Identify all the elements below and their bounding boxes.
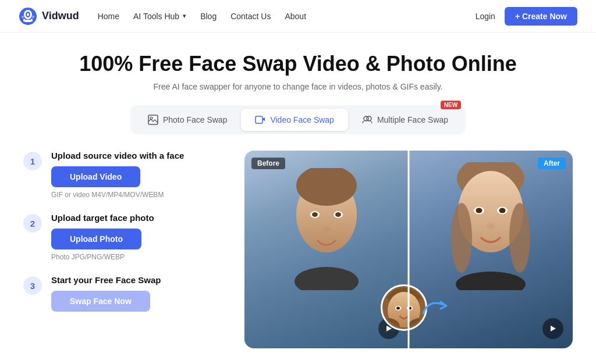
step-1-title: Upload source video with a face xyxy=(51,151,221,160)
step-number-3: 3 xyxy=(23,276,42,295)
video-tab-icon xyxy=(255,115,265,125)
navbar-left: Vidwud Home AI Tools Hub ▾ Blog Contact … xyxy=(19,7,306,26)
video-tab-label: Video Face Swap xyxy=(270,115,334,124)
svg-point-18 xyxy=(312,212,318,217)
svg-point-32 xyxy=(509,203,530,273)
chevron-down-icon: ▾ xyxy=(183,12,186,20)
logo-icon xyxy=(19,7,37,26)
upload-photo-button[interactable]: Upload Photo xyxy=(51,229,141,249)
svg-point-26 xyxy=(476,208,483,213)
navbar-right: Login + Create Now xyxy=(476,7,577,26)
tab-bar: Photo Face Swap Video Face Swap Multiple… xyxy=(130,105,466,134)
bottom-section: 1 Upload source video with a face Upload… xyxy=(23,151,573,348)
after-label: After xyxy=(538,158,566,169)
step-1: 1 Upload source video with a face Upload… xyxy=(23,151,221,199)
swap-face-button[interactable]: Swap Face Now xyxy=(51,291,150,312)
upload-video-button[interactable]: Upload Video xyxy=(51,166,140,187)
before-after-divider xyxy=(408,151,410,348)
after-play-button[interactable] xyxy=(542,318,563,339)
step-1-content: Upload source video with a face Upload V… xyxy=(51,151,221,199)
navbar: Vidwud Home AI Tools Hub ▾ Blog Contact … xyxy=(0,0,596,33)
step-2-title: Upload target face photo xyxy=(51,213,221,223)
logo-text: Vidwud xyxy=(42,10,79,22)
tab-video-face-swap[interactable]: Video Face Swap xyxy=(241,109,347,131)
before-label: Before xyxy=(251,158,285,169)
step-2-hint: Photo JPG/PNG/WEBP xyxy=(51,253,221,261)
svg-point-38 xyxy=(396,307,400,310)
hero-title: 100% Free Face Swap Video & Photo Online xyxy=(23,51,573,76)
svg-point-31 xyxy=(451,203,472,273)
svg-rect-4 xyxy=(24,20,31,22)
step-3-title: Start your Free Face Swap xyxy=(51,275,221,285)
svg-point-28 xyxy=(499,208,506,213)
new-badge: NEW xyxy=(441,101,461,109)
target-face-svg xyxy=(382,286,425,329)
play-icon-after xyxy=(549,324,557,333)
step-number-2: 2 xyxy=(23,214,42,233)
preview-panel: Before xyxy=(244,151,573,348)
nav-home[interactable]: Home xyxy=(98,12,119,21)
steps-panel: 1 Upload source video with a face Upload… xyxy=(23,151,221,315)
before-face-silhouette xyxy=(289,168,364,290)
nav-blog[interactable]: Blog xyxy=(200,12,217,21)
svg-point-30 xyxy=(456,272,526,290)
step-1-hint: GIF or video M4V/MP4/MOV/WEBM xyxy=(51,191,221,199)
svg-point-3 xyxy=(27,13,29,16)
svg-point-10 xyxy=(150,117,152,119)
svg-point-20 xyxy=(335,212,341,217)
step-2-content: Upload target face photo Upload Photo Ph… xyxy=(51,213,221,261)
tab-photo-face-swap[interactable]: Photo Face Swap xyxy=(134,109,242,131)
svg-point-7 xyxy=(22,16,24,18)
nav-about[interactable]: About xyxy=(285,12,306,21)
login-button[interactable]: Login xyxy=(476,12,495,21)
preview-inner: Before xyxy=(244,151,573,348)
hero-subtitle: Free AI face swapper for anyone to chang… xyxy=(23,82,573,91)
photo-tab-icon xyxy=(148,115,158,125)
nav-links: Home AI Tools Hub ▾ Blog Contact Us Abou… xyxy=(98,12,306,21)
step-3-content: Start your Free Face Swap Swap Face Now xyxy=(51,275,221,315)
svg-rect-6 xyxy=(31,19,33,22)
svg-point-29 xyxy=(487,223,495,229)
svg-point-22 xyxy=(295,267,359,290)
nav-contact[interactable]: Contact Us xyxy=(230,12,271,21)
after-face-silhouette xyxy=(450,162,531,290)
nav-ai-tools[interactable]: AI Tools Hub ▾ xyxy=(133,12,186,21)
create-now-button[interactable]: + Create Now xyxy=(505,7,577,26)
svg-rect-11 xyxy=(256,116,262,123)
photo-tab-label: Photo Face Swap xyxy=(163,115,228,124)
logo[interactable]: Vidwud xyxy=(19,7,79,26)
swap-arrow-icon xyxy=(420,296,449,319)
multiple-tab-icon xyxy=(362,115,372,125)
tab-multiple-face-swap[interactable]: Multiple Face Swap xyxy=(348,109,462,131)
svg-point-21 xyxy=(323,227,330,231)
nav-ai-tools-label: AI Tools Hub xyxy=(133,12,179,21)
svg-point-8 xyxy=(32,16,34,18)
svg-rect-5 xyxy=(23,19,25,22)
step-number-1: 1 xyxy=(23,152,42,170)
multiple-tab-label: Multiple Face Swap xyxy=(377,115,448,124)
step-2: 2 Upload target face photo Upload Photo … xyxy=(23,213,221,261)
main-content: 100% Free Face Swap Video & Photo Online… xyxy=(0,33,596,348)
step-3: 3 Start your Free Face Swap Swap Face No… xyxy=(23,275,221,315)
target-face-inner xyxy=(382,286,425,329)
